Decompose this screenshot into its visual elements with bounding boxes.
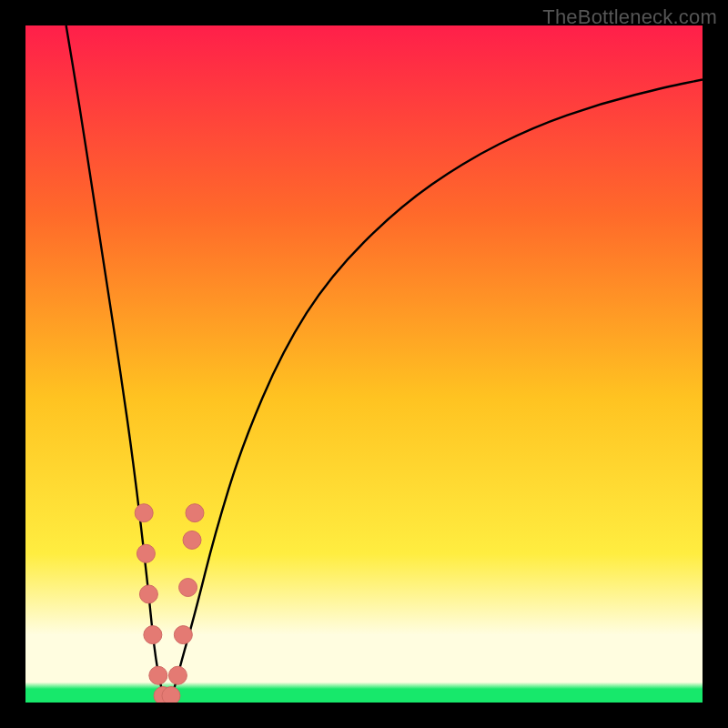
curve-markers — [135, 504, 204, 703]
watermark-text: TheBottleneck.com — [542, 5, 717, 29]
curve-marker — [139, 585, 157, 603]
curve-marker — [179, 579, 197, 597]
curve-marker — [183, 531, 201, 549]
curve-marker — [168, 666, 187, 684]
curve-layer — [25, 25, 703, 703]
bottleneck-curve — [66, 25, 703, 699]
curve-marker — [186, 504, 204, 522]
curve-marker — [144, 626, 162, 644]
curve-marker — [174, 626, 192, 644]
curve-marker — [162, 687, 180, 703]
plot-area — [25, 25, 703, 703]
curve-marker — [135, 504, 153, 522]
curve-marker — [136, 544, 155, 562]
curve-marker — [149, 666, 167, 684]
chart-frame: TheBottleneck.com — [0, 0, 728, 728]
